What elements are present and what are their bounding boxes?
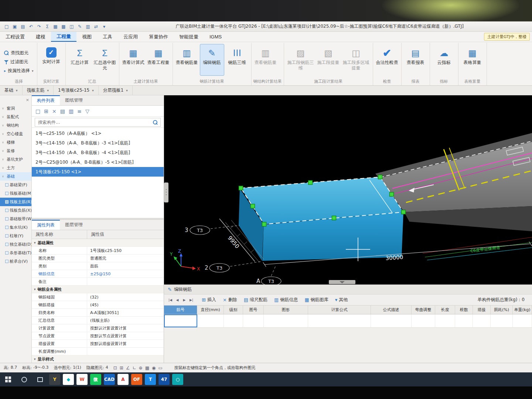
quick-access-icon[interactable]: ⇄ xyxy=(92,23,100,30)
pane-tab[interactable]: 构件列表 xyxy=(32,95,60,105)
section-rebar-3d-button[interactable]: ▨ 施工段钢筋三维 xyxy=(286,44,316,76)
taskbar-app-icon[interactable]: 微 xyxy=(90,374,101,385)
property-row[interactable]: ▾ 图元类型 普通图元 xyxy=(32,255,164,262)
rebar-column-header[interactable]: 根数 xyxy=(455,306,473,314)
pane-tab[interactable]: 图纸管理 xyxy=(60,95,88,105)
property-value[interactable]: (筏板主筋) xyxy=(87,317,164,324)
component-list-item[interactable]: 3号~c14-150（A-A、B-B底板）-4 <1>[底筋] xyxy=(32,148,164,157)
record-nav-icon[interactable]: ▶| xyxy=(188,298,195,302)
property-value[interactable]: (45) xyxy=(87,301,164,308)
rebar-toolbar-button[interactable]: ▾ 其他 xyxy=(332,296,351,304)
section-caret-icon[interactable]: ▾ xyxy=(32,355,36,363)
rebar-cell[interactable] xyxy=(513,314,532,327)
snap-toggle-icon[interactable]: ⊞ xyxy=(120,365,123,371)
rebar-cell[interactable] xyxy=(264,314,308,327)
menu-tab[interactable]: 视图 xyxy=(76,32,97,42)
rebar-cell[interactable] xyxy=(197,314,224,327)
section-caret-icon[interactable]: ▾ xyxy=(32,286,36,293)
rebar-cell[interactable] xyxy=(164,314,197,327)
viewport-canvas[interactable]: C6皮带运煤廊道 xyxy=(164,95,532,284)
property-value[interactable]: 按默认搭接设置计算 xyxy=(87,340,164,347)
property-row[interactable]: ▾ 节点设置 按默认节点设置计算 xyxy=(32,332,164,340)
viewport-3d[interactable]: C6皮带运煤廊道 xyxy=(164,95,532,284)
component-list-item[interactable]: 1号~c25-150（A-A底板） <1> xyxy=(32,129,164,138)
property-value[interactable]: 1号顶板c25-150 xyxy=(87,247,164,254)
property-row[interactable]: ▾ 归类名称 A-A顶板[3051] xyxy=(32,309,164,317)
category-item[interactable]: ∨ 土方 xyxy=(0,164,31,172)
property-row[interactable]: ▾ 钢筋业务属性 xyxy=(32,286,164,293)
category-item[interactable]: ∨ 柱墩(Y) xyxy=(0,232,31,240)
selection-handle[interactable] xyxy=(378,175,382,179)
view-rebar-quantity-button[interactable]: ▥ 查看钢筋量 xyxy=(175,44,199,76)
find-element-button[interactable]: 查找图元 xyxy=(3,49,30,57)
rebar-column-header[interactable]: 直径(mm) xyxy=(197,306,224,314)
rebar-cell[interactable] xyxy=(412,314,435,327)
selection-handle[interactable] xyxy=(251,204,255,208)
selection-handle[interactable] xyxy=(239,186,243,190)
property-row[interactable]: ▾ 类别 面筋 xyxy=(32,262,164,270)
category-item[interactable]: ∨ 窗洞 xyxy=(0,104,31,113)
property-value[interactable]: 普通图元 xyxy=(87,255,164,262)
property-row[interactable]: ▾ 钢筋搭接 (45) xyxy=(32,301,164,309)
quick-access-icon[interactable]: ▥ xyxy=(84,23,92,30)
realtime-calc-button[interactable]: ✓ 实时计算 xyxy=(39,44,64,76)
selected-slab-model[interactable] xyxy=(239,175,406,261)
category-item[interactable]: ∨ 基础 xyxy=(0,172,31,181)
rebar-toolbar-button[interactable]: ▥ 钢筋信息 xyxy=(271,296,301,304)
snap-toggle-icon[interactable]: ⊕ xyxy=(139,365,143,371)
category-item[interactable]: ∨ 筏板主筋(R) xyxy=(0,198,31,206)
property-value[interactable] xyxy=(87,278,164,285)
component-toolbar-icon[interactable]: ⊞ xyxy=(44,108,48,114)
selection-handle[interactable] xyxy=(308,181,313,185)
rebar-3d-button[interactable]: ☰ 钢筋三维 xyxy=(225,44,249,76)
rebar-cell[interactable] xyxy=(473,314,491,327)
property-row[interactable]: ▾ 备注 xyxy=(32,278,164,286)
sheet-calc-button[interactable]: ▦ 表格算量 xyxy=(460,44,485,76)
quick-access-icon[interactable]: ◫ xyxy=(68,23,75,30)
taskbar-app-icon[interactable]: OF xyxy=(131,374,142,385)
quick-access-icon[interactable]: Σ xyxy=(44,23,51,30)
component-toolbar-icon[interactable]: ≡ xyxy=(77,108,82,114)
rebar-column-header[interactable]: 长度 xyxy=(435,306,455,314)
category-item[interactable]: ∨ 条形基础(T) xyxy=(0,249,31,257)
property-row[interactable]: ▾ 长度调整(mm) xyxy=(32,348,164,355)
start-button[interactable] xyxy=(1,372,15,386)
view-quantities-button[interactable]: ▦ 查看工程量 xyxy=(146,44,171,76)
property-value[interactable]: 按默认节点设置计算 xyxy=(87,332,164,340)
context-dropdown[interactable]: 分层筏板1 ▾ xyxy=(99,86,133,95)
category-item[interactable]: ∨ 基坑支护 xyxy=(0,155,31,164)
context-dropdown[interactable]: 1号顶板c25-15 ▾ xyxy=(54,86,99,95)
view-steel-rebar-quantity-button[interactable]: ▥ 查看钢筋量 xyxy=(253,44,278,76)
menu-tab[interactable]: 工具 xyxy=(97,32,118,42)
category-item[interactable]: ∨ 空心楼盖 xyxy=(0,130,31,138)
menu-tab[interactable]: 建模 xyxy=(30,32,51,42)
rebar-column-header[interactable]: 筋号 xyxy=(164,306,197,314)
selection-handle[interactable] xyxy=(390,192,394,197)
category-item[interactable]: ∨ 装修 xyxy=(0,147,31,155)
rebar-toolbar-button[interactable]: ▦ 钢筋图库 xyxy=(301,296,331,304)
category-item[interactable]: ∨ 装配式 xyxy=(0,113,31,121)
quick-access-icon[interactable]: ↶ xyxy=(27,23,35,30)
record-nav-icon[interactable]: ◀ xyxy=(174,298,181,302)
rebar-cell[interactable] xyxy=(243,314,264,327)
menu-tab[interactable]: 工程设置 xyxy=(0,32,30,42)
quick-access-icon[interactable]: ↷ xyxy=(35,23,43,30)
taskbar-app-icon[interactable]: Y xyxy=(49,374,60,385)
legality-check-button[interactable]: ✔ 合法性检查 xyxy=(375,44,399,76)
property-row[interactable]: ▾ 搭接设置 按默认搭接设置计算 xyxy=(32,340,164,348)
component-list-item[interactable]: 3号~c14-150（A-A、B-B底板）-3 <1>[底筋] xyxy=(32,138,164,148)
close-icon[interactable]: × xyxy=(26,98,29,102)
snap-toggle-icon[interactable]: ∠ xyxy=(126,365,130,371)
category-item[interactable]: ∨ 基础板带(W) xyxy=(0,215,31,223)
component-toolbar-icon[interactable]: × xyxy=(52,108,57,114)
property-row[interactable]: ▾ 钢筋锚固 (32) xyxy=(32,293,164,301)
quick-access-icon[interactable]: ✎ xyxy=(76,23,83,30)
snap-toggle-icon[interactable]: ⊡ xyxy=(113,365,117,371)
category-item[interactable]: ∨ 集水坑(K) xyxy=(0,223,31,232)
snap-toggle-icon[interactable]: ▦ xyxy=(145,365,149,371)
record-nav-icon[interactable]: ▶ xyxy=(181,298,188,302)
category-item[interactable]: ∨ 桩承台(V) xyxy=(0,257,31,266)
category-item[interactable]: ∨ 独立基础(D) xyxy=(0,240,31,249)
rebar-column-header[interactable]: 单重(kg) xyxy=(513,306,532,314)
rebar-cell[interactable] xyxy=(224,314,243,327)
